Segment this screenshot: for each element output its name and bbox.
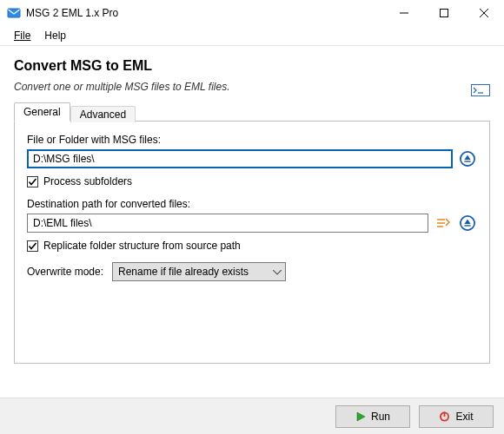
source-path-input[interactable] [27,149,453,168]
run-button[interactable]: Run [335,405,410,428]
transfer-icon [434,214,452,232]
tab-general[interactable]: General [14,102,70,122]
minimize-icon [400,9,408,17]
close-button[interactable] [464,0,504,26]
play-icon [355,411,366,422]
console-icon[interactable] [471,84,490,98]
overwrite-mode-select[interactable]: Rename if file already exists [112,262,286,281]
dest-label: Destination path for converted files: [27,198,477,210]
page-subtitle: Convert one or multiple MSG files to EML… [14,81,230,93]
menubar: File Help [0,26,504,45]
dest-path-input[interactable] [27,214,428,233]
svg-rect-6 [464,225,470,226]
minimize-button[interactable] [384,0,424,26]
window-title: MSG 2 EML 1.x Pro [26,7,118,19]
tab-advanced[interactable]: Advanced [70,106,136,122]
replicate-structure-label: Replicate folder structure from source p… [43,240,241,252]
titlebar: MSG 2 EML 1.x Pro [0,0,504,26]
close-icon [480,9,488,17]
replicate-structure-checkbox[interactable]: Replicate folder structure from source p… [27,240,477,252]
eject-icon [460,151,475,167]
overwrite-label: Overwrite mode: [27,266,103,278]
tab-panel-general: File or Folder with MSG files: Pr [14,121,490,364]
svg-rect-2 [472,85,490,96]
tab-strip: General Advanced [14,102,490,121]
svg-rect-1 [441,10,448,17]
same-as-source-button[interactable] [434,214,453,233]
process-subfolders-checkbox[interactable]: Process subfolders [27,175,477,187]
exit-button[interactable]: Exit [419,405,494,428]
menu-file[interactable]: File [9,28,36,43]
maximize-button[interactable] [424,0,464,26]
content: Convert MSG to EML Convert one or multip… [0,46,504,372]
maximize-icon [440,9,448,17]
checkmark-icon [27,176,38,187]
tab-container: General Advanced File or Folder with MSG… [14,102,490,364]
svg-rect-4 [464,161,470,161]
page-title: Convert MSG to EML [14,58,490,74]
eject-dest-button[interactable] [458,214,477,233]
process-subfolders-label: Process subfolders [43,175,132,187]
power-icon [439,411,450,422]
eject-icon [460,215,475,231]
source-label: File or Folder with MSG files: [27,134,477,146]
menu-help[interactable]: Help [39,28,71,43]
app-icon [7,6,21,20]
footer: Run Exit [0,398,504,434]
checkmark-icon [27,240,38,252]
eject-source-button[interactable] [458,149,477,168]
